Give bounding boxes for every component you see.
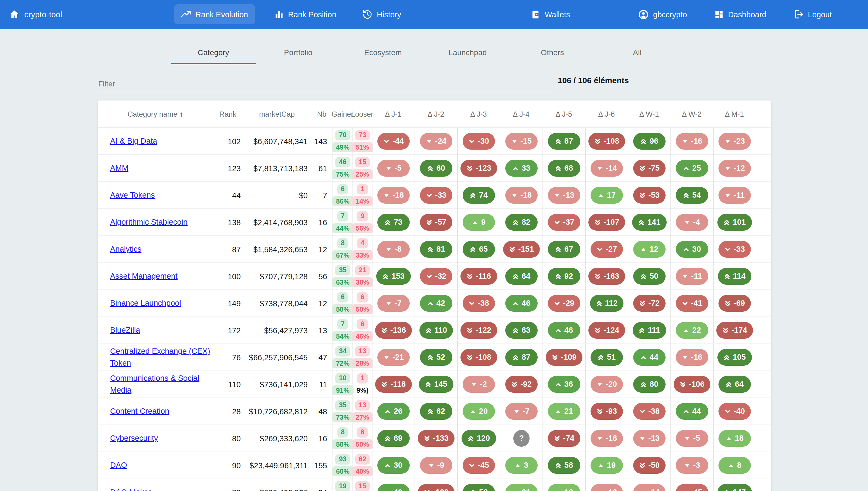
column-header-delta-3[interactable]: Δ J-3 xyxy=(457,100,500,127)
double-chevron-down-icon xyxy=(552,354,558,360)
column-header-marketcap[interactable]: marketCap xyxy=(243,100,311,127)
delta-value: -45 xyxy=(691,489,702,491)
column-header-delta-5[interactable]: Δ J-5 xyxy=(542,100,585,127)
category-link[interactable]: Asset Management xyxy=(110,270,178,282)
tab-ecosystem[interactable]: Ecosystem xyxy=(341,40,425,64)
looser-cell: 1525% xyxy=(352,155,372,181)
nav-item-dashboard[interactable]: Dashboard xyxy=(707,5,773,24)
double-chevron-down-icon xyxy=(466,354,473,360)
delta-value: 21 xyxy=(522,489,530,491)
category-name-cell: Asset Management xyxy=(98,263,213,290)
tab-portfolio[interactable]: Portfolio xyxy=(256,40,341,64)
category-link[interactable]: Binance Launchpool xyxy=(110,298,181,309)
category-link[interactable]: DAO Maker xyxy=(110,487,151,491)
column-header-delta-7[interactable]: Δ W-1 xyxy=(628,100,671,127)
tab-others[interactable]: Others xyxy=(510,40,595,64)
column-header-category-name[interactable]: Category name↑ xyxy=(98,100,213,127)
triangle-down-icon xyxy=(725,192,731,199)
nav-item-rank-position[interactable]: Rank Position xyxy=(268,5,343,24)
category-link[interactable]: Cybersecurity xyxy=(110,433,158,444)
nav-item-wallets[interactable]: Wallets xyxy=(524,5,577,24)
delta-value: 101 xyxy=(733,219,746,226)
category-link[interactable]: Aave Tokens xyxy=(110,190,155,201)
delta-cell-j-5: 68 xyxy=(542,155,585,181)
delta-cell-w-2: 25 xyxy=(671,155,713,181)
tab-category[interactable]: Category xyxy=(171,40,256,64)
column-header-gainer[interactable]: Gainer xyxy=(333,100,352,127)
nav-item-rank-evolution[interactable]: Rank Evolution xyxy=(174,4,254,24)
delta-pill: -24 xyxy=(420,133,452,150)
category-link[interactable]: Algorithmic Stablecoin xyxy=(110,216,188,228)
delta-cell-w-2: -11 xyxy=(671,263,713,290)
delta-cell-w-2: -3 xyxy=(671,452,713,479)
column-header-delta-1[interactable]: Δ J-1 xyxy=(372,100,414,127)
category-name-cell: Binance Launchpool xyxy=(98,290,213,317)
delta-cell-j-6: 112 xyxy=(585,290,628,317)
category-link[interactable]: AMM xyxy=(110,163,128,174)
category-link[interactable]: DAO xyxy=(110,460,127,471)
column-header-looser[interactable]: Looser xyxy=(352,100,372,127)
triangle-up-icon xyxy=(641,246,647,253)
brand-home-link[interactable]: crypto-tool xyxy=(9,9,62,20)
delta-pill: 58 xyxy=(463,484,495,491)
double-chevron-up-icon xyxy=(384,435,391,441)
tab-launchpad[interactable]: Launchpad xyxy=(425,40,510,64)
column-header-nb[interactable]: Nb xyxy=(311,100,333,127)
category-link[interactable]: Analytics xyxy=(110,243,142,255)
delta-pill: -18 xyxy=(505,187,538,204)
items-count: 106 / 106 éléments xyxy=(558,76,629,85)
user-icon xyxy=(638,9,649,20)
column-header-delta-6[interactable]: Δ J-6 xyxy=(585,100,628,127)
delta-value: -74 xyxy=(563,435,575,442)
filter-input[interactable] xyxy=(98,77,553,92)
column-header-rank[interactable]: Rank xyxy=(213,100,243,127)
column-header-delta-9[interactable]: Δ M-1 xyxy=(713,100,756,127)
delta-pill: 3 xyxy=(505,457,538,474)
chevron-up-icon xyxy=(555,381,562,387)
delta-pill: 65 xyxy=(463,241,495,258)
table-row: Binance Launchpool149$738,778,04412650%6… xyxy=(98,290,771,317)
category-link[interactable]: Communications & Social Media xyxy=(110,373,213,396)
category-link[interactable]: Centralized Exchange (CEX) Token xyxy=(110,346,213,369)
category-link[interactable]: Content Creation xyxy=(110,406,169,417)
delta-value: 114 xyxy=(733,272,746,280)
delta-cell-j-4: -92 xyxy=(500,371,542,398)
looser-count-badge: 15 xyxy=(355,481,370,491)
triangle-down-icon xyxy=(471,381,477,387)
triangle-down-icon xyxy=(682,138,688,144)
gainer-pct-badge: 44% xyxy=(332,223,353,234)
delta-cell-j-3: -38 xyxy=(457,290,500,317)
column-header-delta-2[interactable]: Δ J-2 xyxy=(414,100,457,127)
delta-value: -9 xyxy=(437,462,444,469)
gainer-pct-badge: 75% xyxy=(332,169,353,180)
nav-item-history[interactable]: History xyxy=(356,4,408,24)
triangle-down-icon xyxy=(385,300,392,307)
delta-value: 87 xyxy=(564,138,573,145)
marketcap-cell: $2,414,768,903 xyxy=(243,209,311,235)
nav-item-logout[interactable]: Logout xyxy=(787,4,838,24)
looser-cell: 1327% xyxy=(352,398,372,425)
delta-pill: -12 xyxy=(718,160,751,177)
delta-pill: 21 xyxy=(548,403,580,420)
delta-cell-j-5: 92 xyxy=(542,263,585,290)
user-menu[interactable]: gbccrypto xyxy=(631,4,694,25)
row-spacer xyxy=(756,371,771,398)
category-link[interactable]: AI & Big Data xyxy=(110,136,157,147)
column-header-delta-4[interactable]: Δ J-4 xyxy=(500,100,542,127)
delta-pill: -8 xyxy=(377,241,410,258)
double-chevron-down-icon xyxy=(724,300,731,307)
delta-value: -116 xyxy=(476,272,491,280)
delta-pill: 60 xyxy=(420,160,452,177)
tab-all[interactable]: All xyxy=(595,40,680,64)
rank-cell: 76 xyxy=(213,344,243,371)
delta-cell-j-2: -9 xyxy=(414,452,457,479)
delta-cell-j-3: 74 xyxy=(457,182,500,208)
delta-pill: 64 xyxy=(718,376,751,393)
chevron-down-icon xyxy=(469,462,475,469)
nb-cell: 7 xyxy=(311,182,333,208)
chevron-down-icon xyxy=(596,246,603,253)
column-header-delta-8[interactable]: Δ W-2 xyxy=(671,100,713,127)
chevron-up-icon xyxy=(513,300,519,307)
delta-pill: 26 xyxy=(377,403,410,420)
category-link[interactable]: BlueZilla xyxy=(110,325,140,336)
